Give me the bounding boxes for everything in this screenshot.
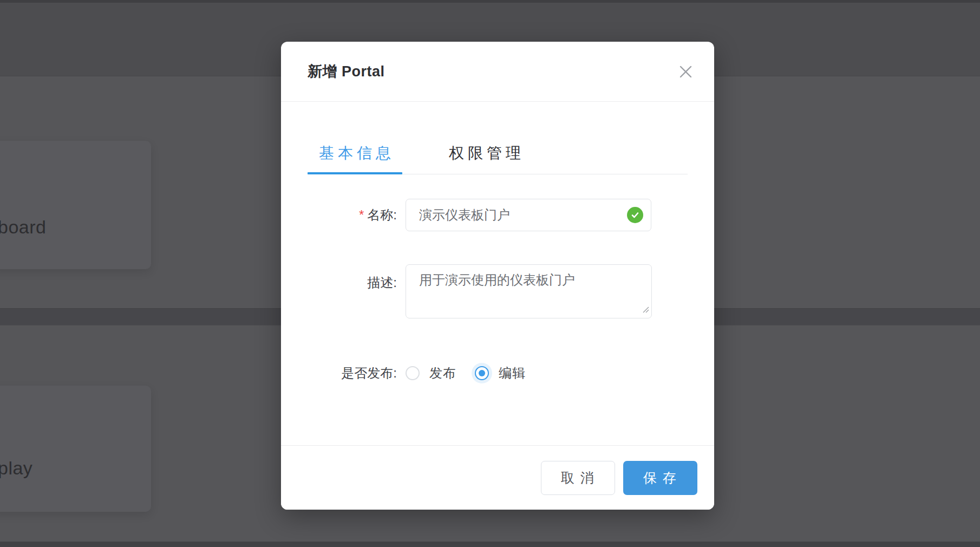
name-field-row: *名称:	[308, 199, 688, 231]
description-label: 描述:	[308, 264, 397, 291]
radio-publish-label: 发布	[429, 364, 456, 382]
save-button[interactable]: 保 存	[623, 461, 697, 495]
background-card-dashboard	[0, 141, 151, 269]
tab-basic-info[interactable]: 基本信息	[308, 132, 402, 174]
name-input[interactable]	[406, 199, 651, 231]
required-asterisk: *	[359, 207, 364, 222]
close-button[interactable]	[676, 62, 695, 81]
validation-success-badge	[627, 207, 643, 223]
radio-checked-icon[interactable]	[475, 366, 489, 380]
dialog-body: 基本信息 权限管理 *名称: 描述:	[281, 132, 714, 382]
resize-handle-icon[interactable]	[642, 305, 649, 315]
check-icon	[630, 210, 640, 220]
name-label-text: 名称:	[367, 207, 397, 222]
background-card-dashboard-label: board	[0, 217, 46, 238]
close-x-icon	[678, 64, 693, 79]
cancel-button[interactable]: 取 消	[541, 461, 615, 495]
background-bottom-strip	[0, 542, 980, 547]
radio-option-publish[interactable]: 发布	[406, 364, 456, 382]
description-textarea-wrap: 用于演示使用的仪表板门户	[406, 264, 652, 318]
background-card-display-label: play	[0, 458, 32, 479]
tab-permission-management[interactable]: 权限管理	[437, 132, 532, 174]
background-card-display	[0, 386, 151, 512]
description-textarea[interactable]: 用于演示使用的仪表板门户	[406, 264, 652, 318]
name-label: *名称:	[308, 206, 397, 224]
description-field-row: 描述: 用于演示使用的仪表板门户	[308, 264, 688, 318]
add-portal-dialog: 新增 Portal 基本信息 权限管理 *名称:	[281, 42, 714, 510]
dialog-title: 新增 Portal	[308, 62, 385, 81]
dialog-footer: 取 消 保 存	[281, 445, 714, 510]
tab-bar: 基本信息 权限管理	[308, 132, 688, 174]
name-input-wrap	[406, 199, 651, 231]
radio-option-edit[interactable]: 编辑	[475, 364, 526, 382]
radio-unchecked-icon[interactable]	[406, 366, 420, 380]
radio-edit-label: 编辑	[499, 364, 526, 382]
publish-field-row: 是否发布: 发布 编辑	[308, 364, 688, 382]
portal-form: *名称: 描述: 用于演示使用的仪表板门户	[308, 199, 688, 382]
publish-radio-group: 发布 编辑	[406, 364, 526, 382]
publish-label: 是否发布:	[308, 364, 397, 382]
dialog-header: 新增 Portal	[281, 42, 714, 102]
